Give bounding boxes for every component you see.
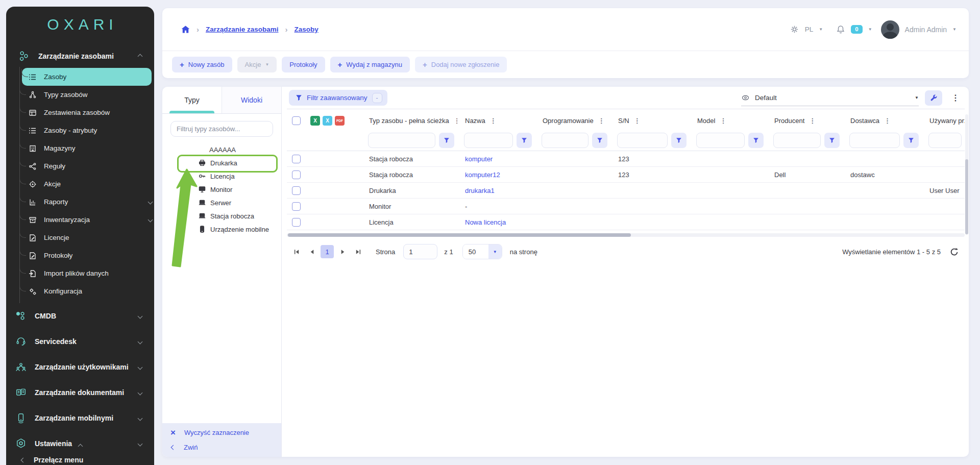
column-header-uzywany-przez[interactable]: Używany przez bbox=[922, 117, 965, 125]
column-filter-button[interactable] bbox=[517, 133, 532, 148]
caret-down-icon[interactable]: ▼ bbox=[868, 27, 872, 32]
sidebar-item-inwentaryzacja[interactable]: Inwentaryzacja bbox=[20, 211, 154, 229]
sidebar-section-cmdb[interactable]: CMDB bbox=[6, 303, 154, 329]
column-menu-icon[interactable]: ⋮ bbox=[634, 117, 641, 125]
sidebar-section-mobilne[interactable]: Zarządzanie mobilnymi bbox=[6, 405, 154, 431]
gear-icon[interactable] bbox=[790, 25, 799, 34]
cell-nazwa-link[interactable]: Nowa licencja bbox=[457, 218, 535, 226]
protocols-button[interactable]: Protokoły bbox=[282, 57, 325, 72]
page-number-input[interactable] bbox=[403, 244, 437, 259]
sidebar-section-uzytkownicy[interactable]: Zarządzanie użytkownikami bbox=[6, 354, 154, 380]
type-item-licencja[interactable]: Licencja bbox=[162, 169, 281, 183]
column-menu-icon[interactable]: ⋮ bbox=[454, 117, 457, 125]
column-filter-button[interactable] bbox=[439, 133, 454, 148]
types-filter-input[interactable] bbox=[170, 121, 273, 137]
avatar[interactable] bbox=[881, 20, 899, 39]
table-row[interactable]: Stacja robocza komputer12 123 Dell dosta… bbox=[287, 167, 965, 183]
sidebar-item-import-plikow[interactable]: Import plików danych bbox=[20, 264, 154, 282]
row-checkbox[interactable] bbox=[292, 218, 301, 227]
column-menu-icon[interactable]: ⋮ bbox=[720, 117, 726, 125]
type-item-serwer[interactable]: Serwer bbox=[162, 196, 281, 209]
export-pdf-icon[interactable]: PDF bbox=[335, 116, 345, 126]
new-asset-button[interactable]: +Nowy zasób bbox=[172, 57, 232, 72]
column-filter-button[interactable] bbox=[824, 133, 840, 148]
column-filter-button[interactable] bbox=[748, 133, 764, 148]
sidebar-section-dokumenty[interactable]: Zarządzanie dokumentami bbox=[6, 380, 154, 405]
cell-nazwa-link[interactable]: komputer12 bbox=[457, 171, 535, 179]
column-filter-button[interactable] bbox=[592, 133, 607, 148]
column-header-dostawca[interactable]: Dostawca⋮ bbox=[843, 117, 922, 125]
language-selector[interactable]: PL bbox=[805, 26, 814, 33]
user-name[interactable]: Admin Admin bbox=[905, 26, 947, 34]
table-row[interactable]: Drukarka drukarka1 User User bbox=[287, 183, 965, 199]
sidebar-item-zasoby[interactable]: Zasoby bbox=[22, 68, 152, 86]
toggle-menu-button[interactable]: Przełącz menu bbox=[6, 456, 154, 464]
cell-nazwa-link[interactable]: komputer bbox=[457, 155, 535, 163]
issue-from-warehouse-button[interactable]: +Wydaj z magazynu bbox=[330, 57, 410, 72]
add-ticket-button[interactable]: +Dodaj nowe zgłoszenie bbox=[415, 57, 507, 72]
sidebar-item-raporty[interactable]: Raporty bbox=[20, 193, 154, 211]
column-filter-input[interactable] bbox=[928, 133, 962, 148]
sidebar-item-zestawienia-zasobow[interactable]: Zestawienia zasobów bbox=[20, 104, 154, 121]
export-xlsx-icon[interactable]: X bbox=[310, 116, 320, 126]
grid-kebab-menu[interactable]: ⋮ bbox=[948, 93, 963, 103]
scrollbar-thumb[interactable] bbox=[288, 233, 631, 237]
sidebar-section-servicedesk[interactable]: Servicedesk bbox=[6, 329, 154, 354]
row-checkbox[interactable] bbox=[292, 186, 301, 195]
caret-down-icon[interactable]: ▼ bbox=[819, 27, 823, 32]
notification-count-badge[interactable]: 0 bbox=[851, 25, 862, 34]
column-header-oprogramowanie[interactable]: Oprogramowanie⋮ bbox=[535, 117, 610, 125]
refresh-button[interactable] bbox=[950, 248, 959, 256]
column-menu-icon[interactable]: ⋮ bbox=[490, 117, 497, 125]
collapse-panel-button[interactable]: Zwiń bbox=[162, 440, 281, 455]
sidebar-item-typy-zasobow[interactable]: Typy zasobów bbox=[20, 86, 154, 104]
table-row[interactable]: Licencja Nowa licencja bbox=[287, 214, 965, 230]
current-page-button[interactable]: 1 bbox=[321, 245, 334, 258]
select-all-checkbox[interactable] bbox=[292, 116, 301, 125]
column-header-nazwa[interactable]: Nazwa⋮ bbox=[457, 117, 535, 125]
type-item-monitor[interactable]: Monitor bbox=[162, 183, 281, 196]
row-checkbox[interactable] bbox=[292, 155, 301, 163]
column-filter-input[interactable] bbox=[617, 133, 668, 148]
sidebar-item-akcje[interactable]: Akcje bbox=[20, 175, 154, 193]
grid-settings-wrench-button[interactable] bbox=[925, 90, 942, 106]
row-checkbox[interactable] bbox=[292, 170, 301, 179]
column-filter-input[interactable] bbox=[849, 133, 900, 148]
page-size-select[interactable]: 50 ▼ bbox=[462, 244, 502, 259]
column-filter-input[interactable] bbox=[464, 133, 513, 148]
type-item-drukarka[interactable]: Drukarka bbox=[162, 156, 281, 169]
sidebar-group-zarzadzanie-zasobami[interactable]: Zarządzanie zasobami bbox=[6, 45, 154, 67]
tab-widoki[interactable]: Widoki bbox=[222, 87, 281, 113]
next-page-button[interactable] bbox=[336, 245, 349, 258]
table-row[interactable]: Stacja robocza komputer 123 bbox=[287, 151, 965, 167]
table-row[interactable]: Monitor - bbox=[287, 199, 965, 214]
type-item-stacja-robocza[interactable]: Stacja robocza bbox=[162, 209, 281, 223]
sidebar-item-reguly[interactable]: Reguły bbox=[20, 157, 154, 175]
clear-selection-button[interactable]: × Wyczyść zaznaczenie bbox=[162, 425, 281, 440]
column-header-sn[interactable]: S/N⋮ bbox=[610, 117, 690, 125]
export-xls-icon[interactable]: X bbox=[323, 116, 332, 126]
home-icon[interactable] bbox=[181, 26, 190, 33]
column-menu-icon[interactable]: ⋮ bbox=[598, 117, 605, 125]
column-filter-input[interactable] bbox=[368, 133, 435, 148]
sidebar-item-licencje[interactable]: Licencje bbox=[20, 229, 154, 247]
column-filter-input[interactable] bbox=[542, 133, 589, 148]
sidebar-item-protokoly[interactable]: Protokoły bbox=[20, 247, 154, 264]
breadcrumb-link-zasoby[interactable]: Zasoby bbox=[295, 26, 318, 33]
first-page-button[interactable] bbox=[290, 245, 303, 258]
sidebar-item-konfiguracja[interactable]: Konfiguracja bbox=[20, 282, 154, 300]
column-filter-button[interactable] bbox=[903, 133, 919, 148]
column-header-model[interactable]: Model⋮ bbox=[690, 117, 767, 125]
sidebar-item-zasoby-atrybuty[interactable]: Zasoby - atrybuty bbox=[20, 121, 154, 139]
last-page-button[interactable] bbox=[351, 245, 364, 258]
column-filter-input[interactable] bbox=[696, 133, 745, 148]
scrollbar-thumb[interactable] bbox=[965, 159, 968, 234]
actions-dropdown-button[interactable]: Akcje▼ bbox=[237, 57, 277, 72]
tab-typy[interactable]: Typy bbox=[162, 87, 222, 113]
row-checkbox[interactable] bbox=[292, 202, 301, 211]
cell-nazwa-link[interactable]: drukarka1 bbox=[457, 187, 535, 194]
type-item-urzadzenie-mobilne[interactable]: Urządzenie mobilne bbox=[162, 223, 281, 236]
caret-down-icon[interactable]: ▼ bbox=[952, 27, 957, 32]
column-header-typ-zasobu[interactable]: Typ zasobu - pełna ścieżka⋮ bbox=[361, 117, 457, 125]
column-filter-input[interactable] bbox=[773, 133, 821, 148]
